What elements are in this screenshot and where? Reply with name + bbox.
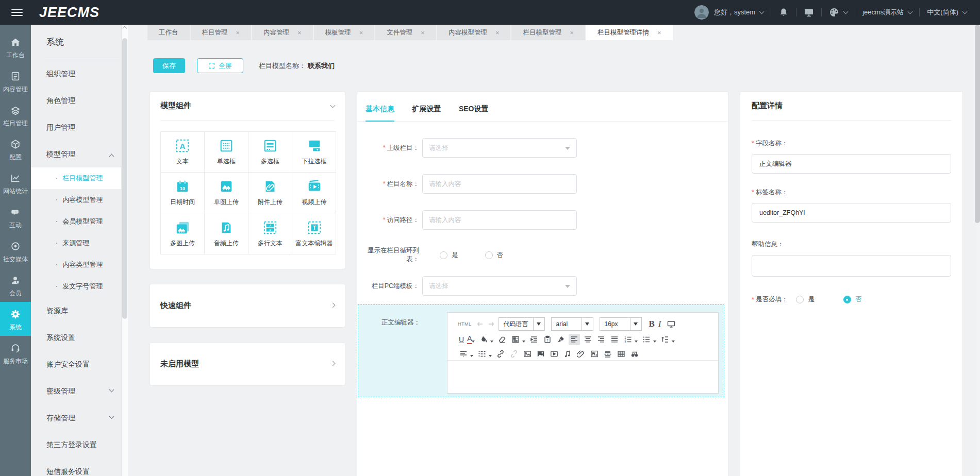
align-right-button[interactable]: [595, 334, 607, 345]
line-height-button[interactable]: [659, 334, 671, 345]
tab-extended-settings[interactable]: 扩展设置: [412, 105, 441, 122]
font-color-button[interactable]: A: [467, 335, 472, 344]
font-family-select[interactable]: arial: [551, 317, 593, 331]
indent-button[interactable]: [528, 334, 540, 345]
tab-channel-model-mgmt[interactable]: 栏目模型管理×: [511, 25, 585, 40]
unordered-list-button[interactable]: [641, 334, 652, 345]
rail-item-config[interactable]: 配置: [0, 132, 31, 166]
format-brush-button[interactable]: [555, 334, 567, 345]
menu-toggle-icon[interactable]: [11, 9, 23, 16]
underline-button[interactable]: U: [459, 335, 464, 344]
align-left-button[interactable]: [569, 334, 580, 345]
html-source-button[interactable]: HTML: [458, 321, 472, 327]
notifications-button[interactable]: [778, 7, 789, 18]
sidebar-item-doc-number-mgmt[interactable]: ·发文字号管理: [31, 276, 128, 297]
insert-link-button[interactable]: [495, 348, 506, 360]
tab-channel-model-detail[interactable]: 栏目模型管理详情×: [586, 25, 673, 40]
list-style-button[interactable]: [476, 348, 488, 360]
language-selector[interactable]: 中文(简体): [927, 8, 967, 17]
fullscreen-button[interactable]: 全屏: [197, 58, 243, 73]
insert-image-button[interactable]: [522, 348, 533, 360]
sidebar-item-content-type-mgmt[interactable]: ·内容类型管理: [31, 254, 128, 276]
editor-content-area[interactable]: [447, 360, 718, 393]
sidebar-scrollbar[interactable]: [121, 25, 128, 476]
insert-table-button[interactable]: [616, 348, 627, 360]
tab-workbench[interactable]: 工作台: [147, 25, 190, 40]
component-image-upload[interactable]: 单图上传: [205, 173, 248, 213]
insert-video-button[interactable]: [549, 348, 560, 360]
loop-yes-radio[interactable]: [440, 251, 447, 259]
sidebar-item-content-model-mgmt[interactable]: ·内容模型管理: [31, 189, 128, 211]
component-attachment-upload[interactable]: 附件上传: [248, 173, 292, 213]
component-rich-editor[interactable]: T 富文本编辑器: [292, 213, 336, 254]
sidebar-item-role-mgmt[interactable]: 角色管理: [31, 87, 128, 114]
tab-content-model-mgmt[interactable]: 内容模型管理×: [437, 25, 511, 40]
sidebar-item-channel-model-mgmt[interactable]: ·栏目模型管理: [31, 167, 128, 189]
sidebar-item-model-mgmt[interactable]: 模型管理: [31, 141, 128, 167]
align-justify-button[interactable]: [609, 334, 620, 345]
component-audio-upload[interactable]: 音频上传: [205, 213, 248, 254]
theme-selector[interactable]: [829, 7, 848, 18]
insert-audio-button[interactable]: [562, 348, 573, 360]
background-color-button[interactable]: [478, 334, 489, 345]
user-menu[interactable]: 您好，system: [714, 8, 763, 17]
search-replace-button[interactable]: [629, 348, 640, 360]
component-textarea[interactable]: AA 多行文本: [248, 213, 292, 254]
scrollbar-thumb[interactable]: [122, 38, 127, 319]
font-size-select[interactable]: 16px: [600, 317, 642, 331]
scroll-up-icon[interactable]: [123, 26, 127, 30]
page-break-button[interactable]: [602, 348, 613, 360]
ordered-list-button[interactable]: 123: [622, 334, 634, 345]
sidebar-item-resource-library[interactable]: 资源库: [31, 297, 128, 324]
required-yes-radio[interactable]: [796, 296, 804, 303]
sidebar-item-account-security[interactable]: 账户安全设置: [31, 351, 128, 378]
rail-item-channel-mgmt[interactable]: 栏目管理: [0, 98, 31, 132]
component-select[interactable]: 下拉选框: [292, 132, 336, 173]
preview-button[interactable]: [666, 318, 677, 330]
page-scrollbar[interactable]: [974, 25, 980, 476]
rail-item-system[interactable]: 系统: [0, 302, 31, 336]
redo-icon[interactable]: [487, 320, 495, 328]
rail-item-interaction[interactable]: 互动: [0, 200, 31, 234]
close-icon[interactable]: ×: [359, 29, 363, 36]
insert-attachment-button[interactable]: [575, 348, 587, 360]
component-text[interactable]: A 文本: [161, 132, 205, 173]
close-icon[interactable]: ×: [657, 29, 661, 36]
component-datetime[interactable]: 10 日期时间: [161, 173, 205, 213]
close-icon[interactable]: ×: [297, 29, 302, 36]
component-video-upload[interactable]: 视频上传: [292, 173, 336, 213]
code-language-select[interactable]: 代码语言: [499, 317, 545, 331]
close-icon[interactable]: ×: [570, 29, 574, 36]
upload-image-button[interactable]: [535, 348, 546, 360]
sidebar-item-sms-service[interactable]: 短信服务设置: [31, 458, 128, 476]
tab-file-mgmt[interactable]: 文件管理×: [375, 25, 436, 40]
align-center-button[interactable]: [582, 334, 593, 345]
access-path-input[interactable]: 请输入内容: [422, 210, 577, 230]
tab-content-mgmt[interactable]: 内容管理×: [252, 25, 313, 40]
scrollbar-thumb[interactable]: [975, 25, 980, 223]
quick-components-panel[interactable]: 快速组件: [150, 284, 345, 328]
component-radio[interactable]: 单选框: [205, 132, 248, 173]
rich-editor-field-selected[interactable]: 正文编辑器： HTML 代码语言 arial 16px B: [358, 304, 724, 397]
sidebar-item-storage-mgmt[interactable]: 存储管理: [31, 404, 128, 431]
component-multi-image-upload[interactable]: 多图上传: [161, 213, 205, 254]
remove-link-button[interactable]: [508, 348, 520, 360]
tag-name-input[interactable]: ueditor_ZFQhYl: [752, 203, 951, 223]
italic-button[interactable]: I: [658, 319, 661, 329]
close-icon[interactable]: ×: [236, 29, 240, 36]
model-components-header[interactable]: 模型组件: [160, 92, 335, 120]
tab-template-mgmt[interactable]: 模板管理×: [314, 25, 375, 40]
channel-name-input[interactable]: 请输入内容: [422, 174, 577, 194]
sidebar-item-member-model-mgmt[interactable]: ·会员模型管理: [31, 211, 128, 232]
rail-item-site-stats[interactable]: 网站统计: [0, 166, 31, 200]
sidebar-item-org-mgmt[interactable]: 组织管理: [31, 60, 128, 87]
bold-button[interactable]: B: [649, 319, 655, 329]
paragraph-format-button[interactable]: [458, 348, 469, 360]
rail-item-service-market[interactable]: 服务市场: [0, 336, 31, 370]
site-selector[interactable]: jeecms演示站: [862, 8, 912, 17]
rail-item-member[interactable]: 会员: [0, 268, 31, 302]
save-button[interactable]: 保存: [153, 58, 185, 73]
undo-icon[interactable]: [476, 320, 484, 328]
field-name-input[interactable]: 正文编辑器: [752, 154, 951, 174]
loop-no-radio[interactable]: [485, 251, 493, 259]
